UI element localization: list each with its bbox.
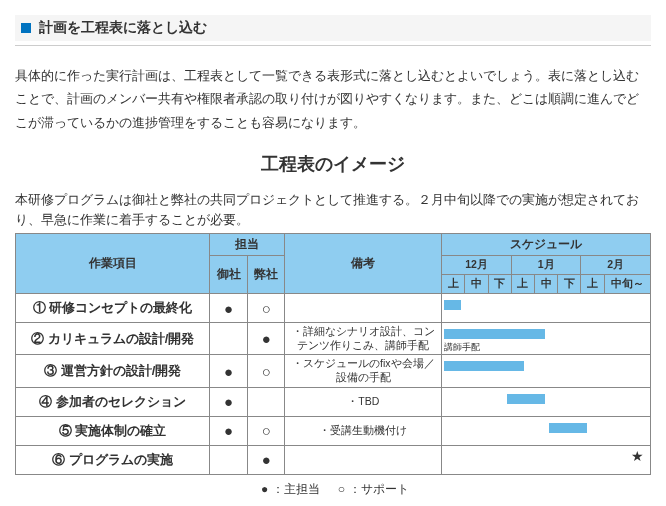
divider [15,45,651,46]
role-b-cell: ○ [247,294,285,323]
table-row: ⑤ 実施体制の確立●○・受講生動機付け [16,416,651,445]
schedule-cell [442,387,651,416]
th-sub: 上 [442,275,465,294]
th-month: 12月 [442,256,512,275]
th-role: 担当 [210,234,285,256]
role-a-cell [210,323,248,355]
role-a-cell: ● [210,387,248,416]
schedule-cell: ★ [442,445,651,474]
legend-support-label: ：サポート [349,482,409,496]
bar-label: 講師手配 [444,341,480,354]
th-sub: 中旬～ [604,275,650,294]
legend-lead-label: ：主担当 [272,482,320,496]
th-sub: 中 [535,275,558,294]
note-cell: ・受講生動機付け [285,416,442,445]
schedule-cell [442,355,651,387]
legend-lead-sym: ● [261,482,268,496]
th-task: 作業項目 [16,234,210,294]
role-b-cell: ○ [247,355,285,387]
note-cell [285,445,442,474]
table-row: ⑥ プログラムの実施●★ [16,445,651,474]
section-title: 計画を工程表に落とし込む [39,19,207,37]
task-cell: ⑥ プログラムの実施 [16,445,210,474]
gantt-bar [549,423,587,433]
note-cell [285,294,442,323]
th-sub: 上 [581,275,604,294]
note-cell: ・TBD [285,387,442,416]
gantt-bar [444,361,524,371]
schedule-cell [442,294,651,323]
role-b-cell: ○ [247,416,285,445]
table-row: ② カリキュラムの設計/開発●・詳細なシナリオ設計、コンテンツ作りこみ、講師手配… [16,323,651,355]
th-sub: 上 [511,275,534,294]
schedule-table: 作業項目 担当 備考 スケジュール 御社 弊社 12月 1月 2月 上 中 下 … [15,233,651,475]
section-bullet-icon [21,23,31,33]
schedule-cell [442,416,651,445]
milestone-icon: ★ [631,448,644,464]
role-a-cell [210,445,248,474]
body-text: 具体的に作った実行計画は、工程表として一覧できる表形式に落とし込むとよいでしょう… [15,64,651,134]
role-a-cell: ● [210,294,248,323]
role-b-cell: ● [247,445,285,474]
task-cell: ② カリキュラムの設計/開発 [16,323,210,355]
legend: ●：主担当 ○：サポート [15,481,651,498]
task-cell: ⑤ 実施体制の確立 [16,416,210,445]
th-sub: 中 [465,275,488,294]
gantt-bar [444,300,461,310]
role-a-cell: ● [210,355,248,387]
legend-support-sym: ○ [338,482,345,496]
gantt-bar [507,394,545,404]
note-cell: ・詳細なシナリオ設計、コンテンツ作りこみ、講師手配 [285,323,442,355]
note-cell: ・スケジュールのfixや会場／設備の手配 [285,355,442,387]
role-b-cell [247,387,285,416]
task-cell: ① 研修コンセプトの最終化 [16,294,210,323]
th-note: 備考 [285,234,442,294]
th-sub: 下 [488,275,511,294]
th-month: 1月 [511,256,581,275]
gantt-bar [444,329,545,339]
th-month: 2月 [581,256,651,275]
chart-title: 工程表のイメージ [15,152,651,176]
task-cell: ③ 運営方針の設計/開発 [16,355,210,387]
th-schedule: スケジュール [442,234,651,256]
table-row: ④ 参加者のセレクション●・TBD [16,387,651,416]
task-cell: ④ 参加者のセレクション [16,387,210,416]
th-sub: 下 [558,275,581,294]
schedule-cell: 講師手配 [442,323,651,355]
table-row: ③ 運営方針の設計/開発●○・スケジュールのfixや会場／設備の手配 [16,355,651,387]
table-row: ① 研修コンセプトの最終化●○ [16,294,651,323]
th-role-b: 弊社 [247,256,285,294]
th-role-a: 御社 [210,256,248,294]
role-a-cell: ● [210,416,248,445]
role-b-cell: ● [247,323,285,355]
chart-note: 本研修プログラムは御社と弊社の共同プロジェクトとして推進する。２月中旬以降での実… [15,190,651,229]
section-header: 計画を工程表に落とし込む [15,15,651,41]
